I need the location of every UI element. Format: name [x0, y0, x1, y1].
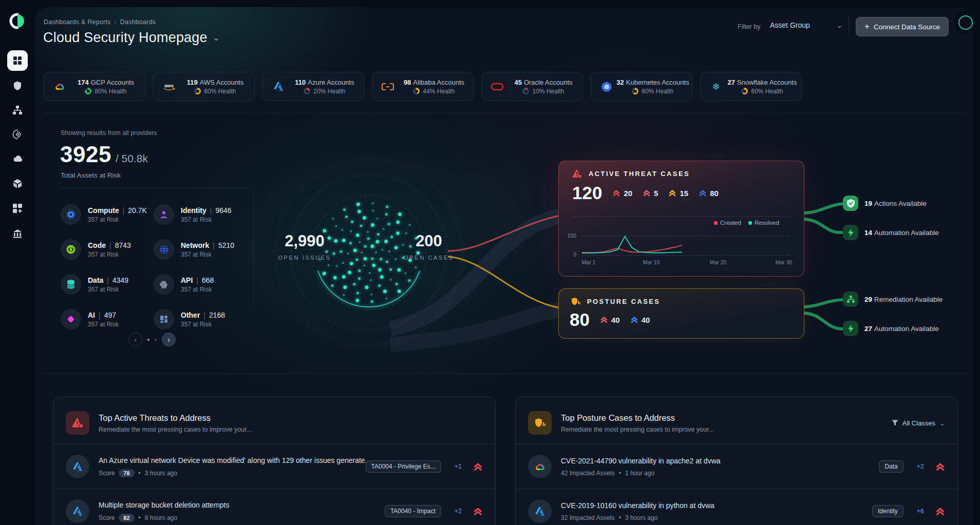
asset-category-ai[interactable]: AI|497 357 at Risk [61, 302, 154, 337]
posture-shield-icon [528, 411, 552, 435]
data-cylinder-icon [61, 274, 81, 295]
divider [572, 216, 789, 217]
chart-legend: Created Resolved [714, 220, 779, 226]
sidebar [0, 0, 35, 525]
severity-critical-icon [473, 507, 483, 516]
asset-category-data[interactable]: Data|4349 357 at Risk [61, 267, 154, 302]
network-globe-icon [154, 239, 174, 260]
posture-case-title: CVE-2021-44790 vulnerability in apache2 … [561, 457, 721, 465]
kubernetes-logo-icon: ☸ [599, 81, 614, 92]
resolved-legend-swatch [748, 221, 752, 225]
actions-available-chip[interactable] [843, 196, 858, 211]
sidebar-item-cloud[interactable] [12, 153, 23, 164]
provider-card-snowflake[interactable]: ❄ 27Snowflake Accounts 60% Health [700, 72, 802, 101]
posture-panel-header: Top Posture Cases to Address Remediate t… [516, 397, 957, 440]
tactic-badge: TA0040 - Impact [385, 505, 441, 517]
pager-next-button[interactable]: › [162, 333, 176, 346]
all-classes-filter[interactable]: All Classes ⌄ [892, 419, 945, 427]
y-axis-label-100: 100 [564, 232, 576, 239]
posture-row-1[interactable]: CVE-2021-44790 vulnerability in apache2 … [516, 444, 957, 489]
posture-total-row: 80 40 40 [570, 309, 650, 330]
created-legend-swatch [714, 221, 718, 225]
svg-text:API: API [161, 286, 166, 289]
title-chevron-down-icon[interactable]: ⌄ [213, 33, 220, 43]
y-axis-label-0: 0 [564, 251, 576, 258]
azure-logo-icon [66, 499, 89, 523]
asset-category-compute[interactable]: Compute|20.7K 357 at Risk [61, 197, 154, 232]
asset-category-code[interactable]: Code|8743 357 at Risk [61, 232, 154, 267]
score-pill: 78 [119, 469, 134, 477]
sidebar-item-security-shield[interactable] [12, 81, 23, 91]
pager-prev-button[interactable]: ‹ [128, 333, 142, 346]
panel-subtitle: Remediate the most pressing cases to imp… [99, 426, 252, 433]
more-tags-count: +2 [917, 463, 924, 470]
remediation-available-chip[interactable] [843, 291, 858, 307]
class-badge: Identity [872, 505, 903, 517]
threat-row-1[interactable]: An Azure virtual network Device was modi… [53, 444, 495, 489]
divider [61, 188, 247, 188]
asset-category-other[interactable]: Other|2168 357 at Risk [154, 302, 247, 337]
asset-category-identity[interactable]: Identity|9646 357 at Risk [154, 197, 247, 232]
azure-logo-icon [66, 455, 89, 478]
provider-card-azure[interactable]: 110Azure Accounts 20% Health [262, 72, 364, 101]
asset-category-network[interactable]: Network|5210 357 at Risk [154, 232, 247, 267]
sidebar-item-workloads-cube[interactable] [12, 179, 23, 189]
sidebar-item-integrations[interactable] [12, 203, 23, 213]
posture-case-meta: 42 Impacted Assets • 1 hour ago [561, 470, 870, 477]
open-cases-stat: 200 OPEN CASES [393, 232, 465, 261]
sidebar-item-inventory-map[interactable] [12, 105, 23, 115]
alert-triangle-icon [572, 169, 582, 178]
breadcrumb-dashboards-reports[interactable]: Dashboards & Reports [44, 18, 110, 26]
divider [253, 165, 254, 333]
sidebar-item-dashboards[interactable] [7, 50, 28, 71]
panel-title: Top Posture Cases to Address [561, 413, 675, 422]
severity-high: 5 [643, 189, 658, 198]
posture-cases-card[interactable]: POSTURE CASES 80 40 40 [558, 288, 804, 339]
aws-logo-icon: aws [162, 82, 176, 91]
gcp-logo-icon [52, 82, 67, 91]
provider-card-oracle[interactable]: 45Oracle Accounts 10% Health [481, 72, 583, 101]
automation-available-chip[interactable] [843, 321, 858, 336]
identity-person-icon [154, 204, 174, 225]
threat-row-2[interactable]: Multiple storage bucket deletion attempt… [53, 489, 495, 525]
provider-card-aws[interactable]: aws 119AWS Accounts 60% Health [153, 72, 255, 101]
api-cloud-icon: API [154, 274, 174, 295]
filter-by-label: Filter by [738, 23, 760, 30]
more-tags-count: +1 [455, 463, 462, 470]
provider-card-alibaba[interactable]: 98Alibaba Accounts 44% Health [372, 72, 474, 101]
sitemap-icon [846, 295, 855, 303]
severity-critical-icon [935, 462, 945, 472]
breadcrumb-dashboards[interactable]: Dashboards [120, 18, 156, 26]
oracle-logo-icon [490, 83, 504, 91]
health-donut-icon [85, 88, 91, 94]
severity-critical-icon [473, 462, 483, 472]
orca-logo[interactable] [9, 12, 26, 30]
severity-critical-icon [935, 507, 945, 516]
severity-low: 40 [630, 316, 650, 324]
posture-card-header: POSTURE CASES [571, 297, 660, 306]
provider-card-gcp[interactable]: 174GCP Accounts 80% Health [44, 72, 145, 101]
pager-dot[interactable] [155, 339, 157, 341]
connect-data-source-button[interactable]: + Connect Data Source [856, 17, 949, 36]
sidebar-item-governance[interactable] [12, 228, 23, 239]
automation-available-chip[interactable] [843, 225, 858, 240]
more-tags-count: +6 [917, 508, 924, 515]
threat-meta: Score 78 • 3 hours ago [99, 469, 356, 477]
asset-categories-grid: Compute|20.7K 357 at Risk Identity|9646 … [61, 197, 256, 337]
pager-dot[interactable] [147, 339, 149, 341]
posture-row-2[interactable]: CVE-2019-10160 vulnerability in python a… [516, 489, 957, 525]
cube-icon [12, 179, 23, 189]
account-logo[interactable] [954, 11, 977, 34]
asset-category-api[interactable]: API API|668 357 at Risk [154, 267, 247, 302]
shield-check-icon [846, 199, 855, 208]
asset-group-dropdown[interactable]: Asset Group⌄ [770, 21, 843, 29]
category-pager: ‹ › [128, 333, 176, 346]
provider-card-kubernetes[interactable]: ☸ 32Kubernetes Accounts 60% Health [591, 72, 692, 101]
gcp-logo-icon [528, 455, 552, 478]
severity-low: 80 [699, 189, 719, 198]
sidebar-item-identity-fingerprint[interactable] [12, 129, 23, 140]
assets-at-risk-count: 3925/ 50.8k [60, 142, 148, 167]
shield-icon [12, 81, 23, 91]
remediation-available-label: 29Remediation Available [864, 296, 943, 303]
alibaba-logo-icon [381, 82, 395, 91]
